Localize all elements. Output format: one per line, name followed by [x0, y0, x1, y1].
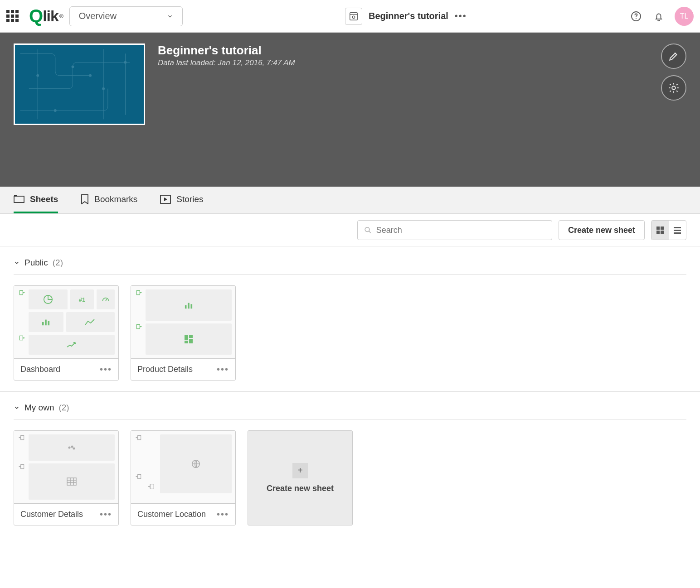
svg-point-10	[672, 86, 676, 90]
sheet-more-icon[interactable]: •••	[217, 509, 229, 520]
hero-subtitle: Data last loaded: Jan 12, 2016, 7:47 AM	[158, 58, 295, 67]
search-box[interactable]	[357, 220, 552, 240]
create-new-sheet-card[interactable]: + Create new sheet	[248, 430, 353, 525]
sheet-title: Product Details	[137, 365, 193, 374]
sheets-icon	[14, 195, 24, 204]
apps-grid-icon[interactable]	[6, 10, 19, 23]
app-thumbnail[interactable]	[14, 43, 145, 125]
svg-rect-11	[14, 196, 24, 202]
kpi-label: #1	[79, 296, 85, 303]
svg-rect-21	[674, 232, 681, 234]
top-bar: Qlik® Overview Beginner's tutorial ••• T…	[0, 0, 700, 33]
chevron-down-icon	[14, 405, 20, 411]
bell-icon[interactable]	[652, 10, 666, 23]
tab-left-icon	[148, 483, 155, 490]
svg-rect-30	[189, 339, 193, 343]
svg-rect-28	[185, 335, 188, 340]
tab-label: Stories	[176, 194, 203, 204]
svg-rect-12	[14, 195, 17, 196]
tab-stories[interactable]: Stories	[160, 187, 203, 213]
svg-rect-26	[188, 303, 190, 308]
edit-button[interactable]	[661, 43, 686, 69]
svg-rect-20	[674, 230, 681, 231]
sheet-more-icon[interactable]: •••	[100, 364, 112, 375]
section-public: Public (2) #1	[0, 247, 700, 387]
svg-point-6	[102, 87, 105, 90]
svg-point-8	[124, 61, 127, 64]
sheet-card-customer-details[interactable]: Customer Details •••	[14, 430, 119, 525]
app-name: Beginner's tutorial	[369, 11, 448, 21]
gauge-icon	[101, 295, 110, 304]
sheet-card-customer-location[interactable]: Customer Location •••	[131, 430, 236, 525]
search-input[interactable]	[376, 226, 545, 235]
svg-point-9	[89, 74, 92, 77]
bar-icon	[184, 301, 194, 309]
app-hero: Beginner's tutorial Data last loaded: Ja…	[0, 33, 700, 187]
sheet-footer: Product Details •••	[131, 358, 235, 380]
svg-point-5	[72, 65, 74, 68]
section-public-header[interactable]: Public (2)	[14, 253, 686, 272]
tab-left-icon	[19, 463, 25, 470]
section-label: My own	[24, 403, 54, 413]
sheet-card-product-details[interactable]: Product Details •••	[131, 285, 236, 381]
help-icon[interactable]	[629, 10, 643, 23]
view-selector[interactable]: Overview	[69, 6, 183, 26]
svg-rect-22	[42, 322, 44, 325]
scatter-icon	[67, 444, 77, 451]
myown-cards: Customer Details ••• Customer Location	[14, 430, 686, 525]
sheets-toolbar: Create new sheet	[0, 214, 700, 247]
sheet-title: Dashboard	[20, 365, 60, 374]
tab-label: Sheets	[30, 194, 58, 204]
sheet-card-dashboard[interactable]: #1 Dashboard •••	[14, 285, 119, 381]
hero-title: Beginner's tutorial	[158, 43, 295, 58]
sheet-preview	[14, 431, 118, 503]
new-sheet-label: Create new sheet	[267, 484, 334, 493]
more-menu-icon[interactable]: •••	[455, 11, 467, 21]
pie-icon	[43, 294, 53, 304]
tab-label: Bookmarks	[94, 194, 137, 204]
svg-point-32	[68, 446, 71, 448]
section-myown-header[interactable]: My own (2)	[14, 398, 686, 417]
tab-left-icon	[19, 434, 25, 441]
view-selector-label: Overview	[79, 11, 117, 21]
svg-point-1	[352, 16, 355, 19]
svg-rect-17	[656, 231, 660, 234]
public-cards: #1 Dashboard •••	[14, 285, 686, 381]
bar-icon	[41, 318, 51, 326]
app-thumbnail-icon[interactable]	[345, 8, 362, 25]
sheet-more-icon[interactable]: •••	[100, 509, 112, 520]
svg-point-7	[54, 109, 57, 112]
pencil-icon	[668, 50, 680, 62]
grid-view-button[interactable]	[651, 221, 669, 240]
gear-icon	[668, 82, 680, 94]
svg-rect-29	[189, 335, 193, 338]
svg-point-4	[36, 74, 39, 77]
tab-bookmarks[interactable]: Bookmarks	[81, 187, 137, 213]
globe-icon	[191, 459, 201, 469]
sheet-preview	[131, 431, 235, 503]
svg-point-34	[73, 447, 75, 449]
list-view-icon	[673, 226, 681, 234]
hero-actions	[661, 43, 686, 101]
tab-sheets[interactable]: Sheets	[14, 187, 58, 213]
list-view-button[interactable]	[669, 221, 686, 240]
settings-button[interactable]	[661, 75, 686, 101]
table-icon	[67, 477, 77, 486]
tab-right-icon	[136, 323, 142, 330]
svg-point-14	[365, 227, 369, 232]
svg-rect-16	[661, 227, 664, 230]
sheet-footer: Customer Details •••	[14, 503, 118, 525]
svg-rect-15	[656, 227, 660, 230]
plus-icon: +	[292, 463, 308, 478]
avatar-initials: TL	[680, 12, 689, 20]
sheet-preview: #1	[14, 286, 118, 358]
svg-rect-27	[191, 304, 193, 308]
topbar-right: TL	[629, 7, 694, 26]
sheet-footer: Customer Location •••	[131, 503, 235, 525]
svg-rect-31	[185, 341, 188, 343]
user-avatar[interactable]: TL	[675, 7, 694, 26]
stories-icon	[160, 195, 171, 204]
treemap-icon	[184, 335, 193, 344]
sheet-more-icon[interactable]: •••	[217, 364, 229, 375]
create-new-sheet-button[interactable]: Create new sheet	[559, 220, 645, 240]
